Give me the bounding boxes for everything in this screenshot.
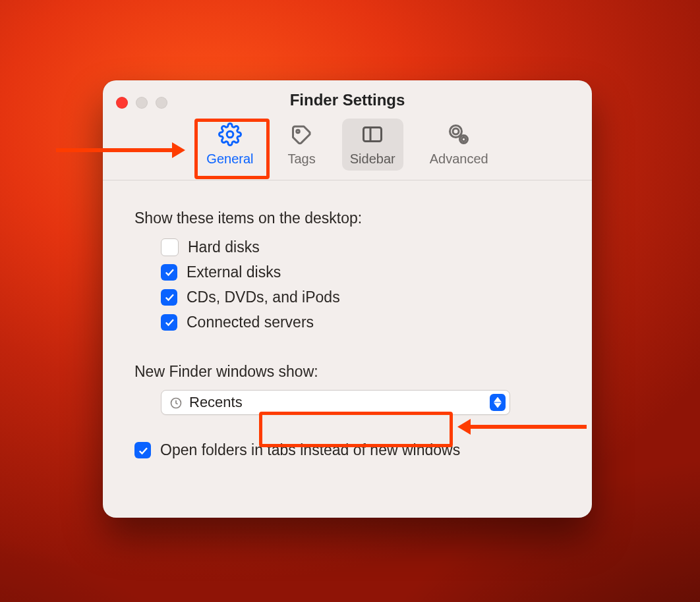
sidebar-icon bbox=[361, 123, 384, 149]
row-cds: CDs, DVDs, and iPods bbox=[161, 287, 560, 308]
desktop-items-label: Show these items on the desktop: bbox=[134, 209, 560, 227]
tab-sidebar-label: Sidebar bbox=[350, 151, 395, 167]
svg-point-6 bbox=[462, 138, 466, 142]
row-connected-servers: Connected servers bbox=[161, 312, 560, 333]
zoom-window-button[interactable] bbox=[156, 97, 167, 109]
window-controls bbox=[116, 97, 167, 109]
svg-point-5 bbox=[450, 126, 462, 138]
desktop-background: Finder Settings General bbox=[0, 0, 700, 602]
checkbox-open-in-tabs[interactable] bbox=[134, 442, 151, 458]
titlebar: Finder Settings bbox=[103, 80, 592, 107]
svg-point-1 bbox=[296, 130, 299, 133]
svg-point-0 bbox=[227, 131, 233, 138]
checkbox-cds[interactable] bbox=[161, 289, 177, 306]
new-windows-label: New Finder windows show: bbox=[134, 363, 560, 381]
clock-icon bbox=[169, 396, 183, 409]
checkbox-hard-disks[interactable] bbox=[161, 238, 179, 256]
new-windows-select[interactable]: Recents bbox=[161, 390, 510, 415]
checkbox-external-disks[interactable] bbox=[161, 264, 177, 281]
row-external-disks: External disks bbox=[161, 261, 560, 283]
tab-general[interactable]: General bbox=[198, 119, 261, 171]
new-windows-selected: Recents bbox=[189, 394, 490, 411]
tab-sidebar[interactable]: Sidebar bbox=[342, 119, 403, 171]
gear-icon bbox=[218, 123, 242, 149]
row-hard-disks: Hard disks bbox=[161, 236, 560, 258]
label-cds: CDs, DVDs, and iPods bbox=[187, 287, 340, 308]
checkbox-connected-servers[interactable] bbox=[161, 314, 177, 331]
label-external-disks: External disks bbox=[187, 261, 281, 283]
label-connected-servers: Connected servers bbox=[187, 312, 314, 333]
tab-general-label: General bbox=[206, 151, 253, 167]
tab-tags-label: Tags bbox=[288, 151, 316, 167]
svg-marker-10 bbox=[494, 403, 502, 408]
tab-advanced-label: Advanced bbox=[430, 151, 488, 167]
tab-tags[interactable]: Tags bbox=[280, 119, 324, 171]
settings-content: Show these items on the desktop: Hard di… bbox=[103, 180, 592, 479]
close-window-button[interactable] bbox=[116, 97, 128, 109]
svg-marker-9 bbox=[494, 397, 502, 402]
finder-settings-window: Finder Settings General bbox=[103, 80, 592, 518]
tag-icon bbox=[290, 123, 314, 149]
tab-advanced[interactable]: Advanced bbox=[422, 119, 496, 171]
svg-rect-2 bbox=[364, 128, 382, 142]
label-hard-disks: Hard disks bbox=[188, 236, 260, 258]
minimize-window-button[interactable] bbox=[136, 97, 148, 109]
window-title: Finder Settings bbox=[103, 91, 592, 109]
settings-toolbar: General Tags Sidebar bbox=[103, 119, 592, 180]
select-stepper-icon bbox=[490, 394, 506, 411]
gears-icon bbox=[447, 123, 471, 149]
row-open-in-tabs: Open folders in tabs instead of new wind… bbox=[134, 441, 560, 459]
label-open-in-tabs: Open folders in tabs instead of new wind… bbox=[160, 441, 460, 459]
svg-point-4 bbox=[453, 128, 459, 134]
